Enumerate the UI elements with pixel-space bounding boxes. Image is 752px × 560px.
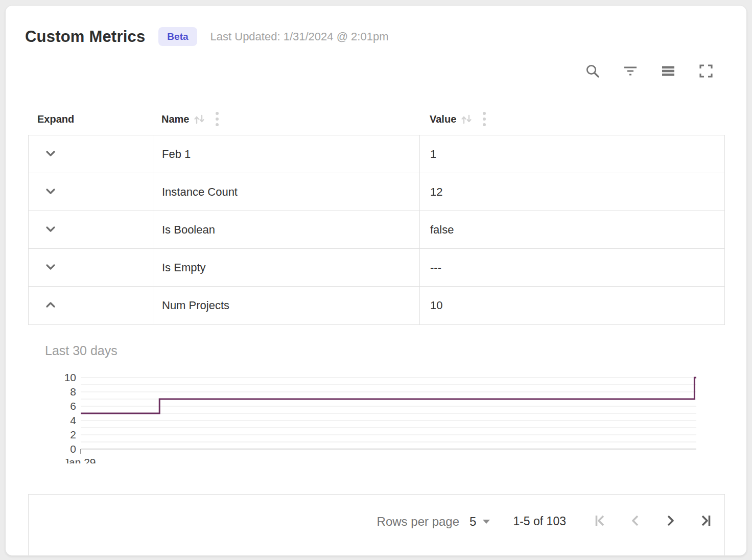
y-axis-tick-label: 2	[70, 429, 76, 440]
row-name-cell: Is Boolean	[153, 211, 419, 248]
row-value-cell: ---	[419, 249, 724, 286]
expand-cell	[29, 249, 153, 286]
y-axis-tick-label: 6	[70, 400, 76, 412]
last-updated-text: Last Updated: 1/31/2024 @ 2:01pm	[210, 30, 389, 43]
fullscreen-button[interactable]	[697, 63, 715, 80]
table-body: Feb 1 1 Instance Count 12	[28, 135, 725, 325]
x-axis-tick-label: Jan 29	[63, 456, 96, 463]
row-value-cell: 1	[419, 135, 724, 173]
card-header: Custom Metrics Beta Last Updated: 1/31/2…	[6, 6, 746, 46]
chart-title: Last 30 days	[45, 343, 746, 358]
table-row: Num Projects 10	[29, 287, 724, 324]
chevron-left-icon	[628, 513, 643, 530]
table-row: Is Empty ---	[29, 249, 724, 287]
chevron-down-icon	[482, 517, 490, 526]
rows-per-page-select[interactable]: 5	[469, 515, 490, 529]
chevron-down-icon	[43, 221, 58, 238]
column-menu-icon[interactable]	[482, 110, 487, 128]
grid-toolbar	[6, 63, 746, 80]
chevron-down-icon	[43, 259, 58, 276]
sort-icon[interactable]	[459, 112, 474, 126]
next-page-button[interactable]	[662, 514, 678, 530]
beta-badge: Beta	[158, 27, 197, 46]
row-name-cell: Is Empty	[153, 249, 419, 286]
row-name-cell: Instance Count	[153, 173, 419, 211]
page-title: Custom Metrics	[25, 28, 145, 46]
column-header-label: Expand	[37, 113, 74, 125]
custom-metrics-card: Custom Metrics Beta Last Updated: 1/31/2…	[5, 5, 747, 556]
column-header-label: Name	[161, 113, 189, 125]
sort-icon[interactable]	[192, 112, 206, 126]
row-value-cell: false	[419, 211, 724, 248]
column-header-value[interactable]: Value	[419, 110, 725, 128]
y-axis-tick-label: 0	[70, 443, 76, 455]
column-header-label: Value	[430, 113, 456, 125]
column-menu-icon[interactable]	[215, 110, 220, 128]
row-value-cell: 12	[419, 173, 724, 211]
table-header-row: Expand Name	[28, 103, 725, 135]
row-name-cell: Feb 1	[153, 135, 419, 173]
density-icon	[660, 63, 676, 81]
row-name-cell: Num Projects	[153, 287, 419, 324]
last-page-icon	[697, 513, 713, 530]
expand-cell	[29, 135, 153, 173]
expand-toggle-button[interactable]	[43, 146, 58, 162]
fullscreen-icon	[698, 63, 714, 81]
pager-controls	[593, 514, 713, 530]
search-button[interactable]	[584, 63, 601, 80]
filter-button[interactable]	[622, 63, 639, 80]
y-axis-tick-label: 8	[70, 386, 76, 398]
chevron-up-icon	[43, 297, 58, 314]
chevron-down-icon	[43, 146, 58, 162]
rows-per-page-value: 5	[469, 515, 476, 529]
expand-cell	[29, 287, 153, 324]
last-page-button[interactable]	[697, 514, 713, 530]
y-axis-tick-label: 10	[64, 371, 76, 383]
rows-per-page-label: Rows per page	[377, 515, 459, 529]
column-header-expand: Expand	[28, 113, 153, 125]
y-axis-tick-label: 4	[70, 414, 76, 426]
expand-toggle-button[interactable]	[43, 259, 58, 276]
chevron-right-icon	[663, 513, 678, 530]
search-icon	[584, 63, 601, 81]
metric-series-line	[81, 378, 696, 413]
metric-detail-panel: Last 30 days 0246810Jan 29	[45, 343, 746, 465]
expand-toggle-button[interactable]	[43, 221, 58, 238]
page-range-label: 1-5 of 103	[513, 515, 566, 528]
table-row: Feb 1 1	[29, 135, 724, 173]
row-value-cell: 10	[419, 287, 724, 324]
metric-step-chart: 0246810Jan 29	[45, 361, 709, 463]
first-page-button[interactable]	[593, 514, 609, 530]
filter-icon	[622, 63, 639, 81]
table-row: Instance Count 12	[29, 173, 724, 211]
density-button[interactable]	[660, 63, 677, 80]
column-header-name[interactable]: Name	[153, 110, 419, 128]
previous-page-button[interactable]	[627, 514, 644, 530]
expand-toggle-button[interactable]	[43, 297, 58, 314]
expand-cell	[29, 211, 153, 248]
pagination-footer: Rows per page 5 1-5 of 103	[28, 494, 725, 555]
expand-toggle-button[interactable]	[43, 183, 58, 200]
chevron-down-icon	[43, 183, 58, 200]
first-page-icon	[593, 513, 608, 530]
table-row: Is Boolean false	[29, 211, 724, 249]
metrics-table: Expand Name	[28, 103, 725, 325]
expand-cell	[29, 173, 153, 211]
